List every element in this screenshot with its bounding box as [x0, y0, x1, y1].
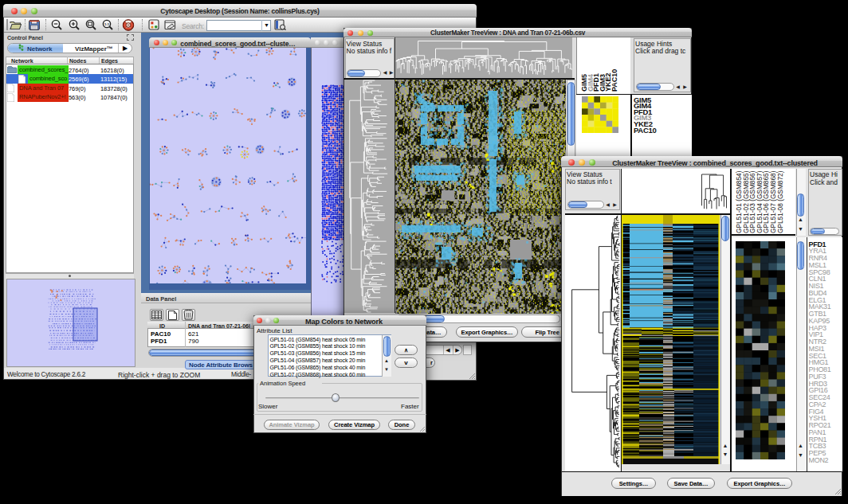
svg-text:1:1: 1:1: [104, 22, 110, 26]
